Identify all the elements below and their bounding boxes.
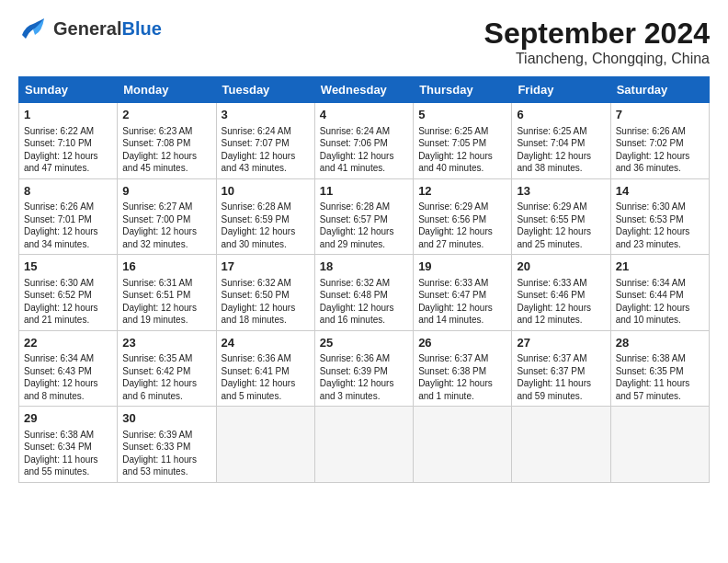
sunset-text: Sunset: 6:44 PM (616, 290, 684, 300)
calendar-cell (414, 407, 512, 483)
sunrise-text: Sunrise: 6:31 AM (122, 278, 192, 288)
daylight-text: Daylight: 12 hours and 38 minutes. (517, 151, 591, 174)
sunset-text: Sunset: 7:04 PM (517, 138, 585, 148)
logo-blue: Blue (121, 18, 161, 39)
calendar-cell: 13Sunrise: 6:29 AMSunset: 6:55 PMDayligh… (512, 178, 610, 255)
sunset-text: Sunset: 6:50 PM (222, 290, 290, 300)
daylight-text: Daylight: 12 hours and 19 minutes. (122, 303, 197, 326)
sunrise-text: Sunrise: 6:33 AM (418, 278, 488, 288)
day-number: 5 (418, 107, 506, 123)
daylight-text: Daylight: 11 hours and 57 minutes. (616, 378, 690, 401)
calendar-cell: 22Sunrise: 6:34 AMSunset: 6:43 PMDayligh… (19, 330, 118, 407)
day-number: 4 (320, 107, 408, 123)
calendar-cell: 23Sunrise: 6:35 AMSunset: 6:42 PMDayligh… (118, 330, 216, 407)
sunrise-text: Sunrise: 6:28 AM (222, 201, 291, 212)
sunset-text: Sunset: 6:33 PM (122, 442, 190, 452)
day-number: 19 (418, 259, 506, 275)
sunrise-text: Sunrise: 6:33 AM (517, 278, 586, 288)
calendar-cell: 14Sunrise: 6:30 AMSunset: 6:53 PMDayligh… (610, 178, 709, 255)
day-number: 16 (122, 259, 210, 275)
daylight-text: Daylight: 12 hours and 34 minutes. (24, 226, 98, 249)
calendar-cell (216, 407, 314, 483)
sunrise-text: Sunrise: 6:36 AM (222, 353, 291, 363)
header: GeneralBlue September 2024 Tiancheng, Ch… (18, 17, 710, 67)
calendar-row: 29Sunrise: 6:38 AMSunset: 6:34 PMDayligh… (19, 407, 710, 483)
sunrise-text: Sunrise: 6:28 AM (320, 201, 390, 212)
sunset-text: Sunset: 6:43 PM (24, 366, 92, 376)
sunrise-text: Sunrise: 6:30 AM (24, 278, 94, 288)
calendar-header: SundayMondayTuesdayWednesdayThursdayFrid… (19, 77, 710, 103)
day-number: 26 (418, 335, 506, 351)
day-number: 21 (616, 259, 704, 275)
calendar-row: 8Sunrise: 6:26 AMSunset: 7:01 PMDaylight… (19, 178, 710, 255)
calendar-cell (512, 407, 610, 483)
calendar-subtitle: Tiancheng, Chongqing, China (484, 51, 710, 67)
daylight-text: Daylight: 12 hours and 8 minutes. (24, 378, 98, 401)
sunset-text: Sunset: 6:57 PM (320, 214, 388, 224)
day-number: 17 (222, 259, 310, 275)
sunrise-text: Sunrise: 6:25 AM (418, 126, 488, 136)
day-number: 2 (122, 107, 210, 123)
day-number: 28 (616, 335, 704, 351)
day-number: 27 (517, 335, 605, 351)
sunrise-text: Sunrise: 6:37 AM (418, 353, 488, 363)
daylight-text: Daylight: 12 hours and 18 minutes. (222, 303, 296, 326)
sunrise-text: Sunrise: 6:35 AM (122, 353, 192, 363)
daylight-text: Daylight: 12 hours and 40 minutes. (418, 151, 493, 174)
col-header-tuesday: Tuesday (216, 77, 314, 103)
daylight-text: Daylight: 12 hours and 30 minutes. (222, 226, 296, 249)
sunset-text: Sunset: 7:02 PM (616, 138, 684, 148)
sunset-text: Sunset: 7:05 PM (418, 138, 486, 148)
calendar-cell: 6Sunrise: 6:25 AMSunset: 7:04 PMDaylight… (512, 103, 610, 179)
calendar-cell: 12Sunrise: 6:29 AMSunset: 6:56 PMDayligh… (414, 178, 512, 255)
calendar-cell: 16Sunrise: 6:31 AMSunset: 6:51 PMDayligh… (118, 255, 216, 331)
title-block: September 2024 Tiancheng, Chongqing, Chi… (484, 17, 710, 67)
calendar-cell (314, 407, 413, 483)
sunrise-text: Sunrise: 6:26 AM (24, 201, 94, 212)
day-number: 12 (418, 183, 506, 200)
calendar-cell: 1Sunrise: 6:22 AMSunset: 7:10 PMDaylight… (19, 103, 118, 179)
col-header-monday: Monday (118, 77, 216, 103)
logo-general: General (53, 18, 121, 39)
daylight-text: Daylight: 12 hours and 41 minutes. (320, 151, 394, 174)
sunrise-text: Sunrise: 6:38 AM (616, 353, 686, 363)
col-header-saturday: Saturday (610, 77, 709, 103)
sunset-text: Sunset: 6:53 PM (616, 214, 684, 224)
sunset-text: Sunset: 6:47 PM (418, 290, 486, 300)
sunset-text: Sunset: 6:52 PM (24, 290, 92, 300)
daylight-text: Daylight: 12 hours and 29 minutes. (320, 226, 394, 249)
daylight-text: Daylight: 11 hours and 55 minutes. (24, 454, 98, 477)
calendar-cell: 18Sunrise: 6:32 AMSunset: 6:48 PMDayligh… (314, 255, 413, 331)
day-number: 15 (24, 259, 112, 275)
sunrise-text: Sunrise: 6:29 AM (517, 201, 586, 212)
logo-bird-icon (18, 17, 48, 40)
sunset-text: Sunset: 6:39 PM (320, 366, 388, 376)
daylight-text: Daylight: 12 hours and 6 minutes. (122, 378, 197, 401)
sunset-text: Sunset: 6:46 PM (517, 290, 585, 300)
logo: GeneralBlue (18, 17, 162, 40)
calendar-cell: 24Sunrise: 6:36 AMSunset: 6:41 PMDayligh… (216, 330, 314, 407)
calendar-cell: 8Sunrise: 6:26 AMSunset: 7:01 PMDaylight… (19, 178, 118, 255)
sunset-text: Sunset: 6:35 PM (616, 366, 684, 376)
calendar-cell: 27Sunrise: 6:37 AMSunset: 6:37 PMDayligh… (512, 330, 610, 407)
day-number: 30 (122, 410, 210, 427)
day-number: 25 (320, 335, 408, 351)
daylight-text: Daylight: 12 hours and 47 minutes. (24, 151, 98, 174)
sunset-text: Sunset: 6:41 PM (222, 366, 290, 376)
calendar-cell: 20Sunrise: 6:33 AMSunset: 6:46 PMDayligh… (512, 255, 610, 331)
calendar-cell: 3Sunrise: 6:24 AMSunset: 7:07 PMDaylight… (216, 103, 314, 179)
sunset-text: Sunset: 6:51 PM (122, 290, 190, 300)
sunrise-text: Sunrise: 6:38 AM (24, 430, 94, 440)
sunset-text: Sunset: 7:08 PM (122, 138, 190, 148)
sunset-text: Sunset: 6:55 PM (517, 214, 585, 224)
sunrise-text: Sunrise: 6:24 AM (222, 126, 291, 136)
col-header-wednesday: Wednesday (314, 77, 413, 103)
sunset-text: Sunset: 6:42 PM (122, 366, 190, 376)
sunrise-text: Sunrise: 6:34 AM (24, 353, 94, 363)
col-header-friday: Friday (512, 77, 610, 103)
day-number: 1 (24, 107, 112, 123)
day-number: 18 (320, 259, 408, 275)
daylight-text: Daylight: 12 hours and 25 minutes. (517, 226, 591, 249)
daylight-text: Daylight: 12 hours and 21 minutes. (24, 303, 98, 326)
daylight-text: Daylight: 12 hours and 14 minutes. (418, 303, 493, 326)
